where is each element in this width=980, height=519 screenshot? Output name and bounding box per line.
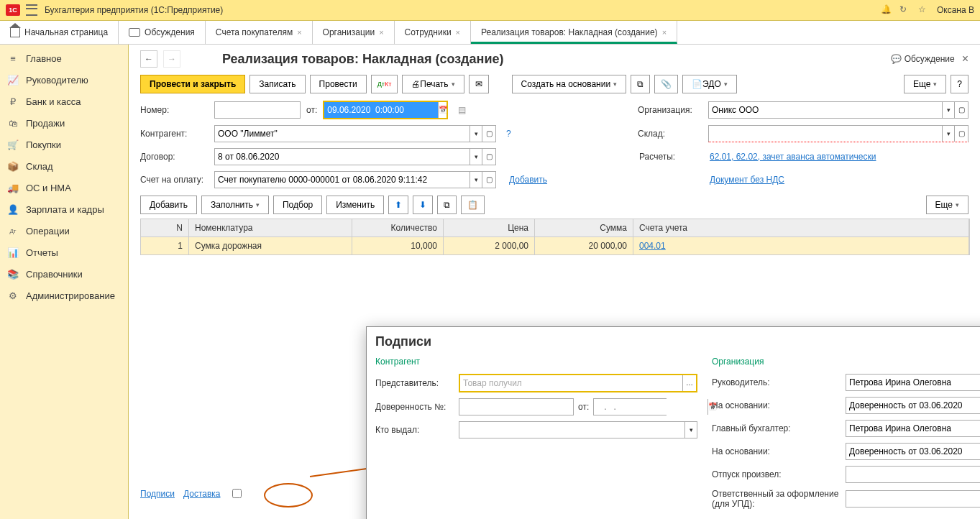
- create-based-button[interactable]: Создать на основании: [512, 75, 627, 93]
- invoice-combo[interactable]: ▾▢: [214, 171, 496, 188]
- nav-back-button[interactable]: ←: [140, 50, 157, 68]
- bar-chart-icon: 📊: [7, 247, 19, 258]
- close-icon[interactable]: ×: [297, 28, 301, 37]
- contragent-help[interactable]: ?: [506, 129, 511, 139]
- sidebar-item-purchases[interactable]: 🛒Покупки: [0, 134, 128, 155]
- signatures-link[interactable]: Подписи: [140, 489, 175, 499]
- number-label: Номер:: [140, 105, 209, 115]
- add-invoice-link[interactable]: Добавить: [509, 175, 547, 185]
- sidebar-item-bank[interactable]: ₽Банк и касса: [0, 91, 128, 112]
- close-icon[interactable]: ×: [456, 28, 460, 37]
- copy-button[interactable]: ⧉: [437, 196, 457, 214]
- post-button[interactable]: Провести: [310, 75, 367, 93]
- sidebar-item-assets[interactable]: 🚚ОС и НМА: [0, 177, 128, 198]
- hamburger-icon[interactable]: [26, 4, 37, 16]
- ruk-combo[interactable]: ▾▢: [846, 374, 980, 391]
- tab-organizations[interactable]: Организации×: [313, 21, 395, 44]
- sidebar-item-refs[interactable]: 📚Справочники: [0, 263, 128, 285]
- sidebar-item-reports[interactable]: 📊Отчеты: [0, 242, 128, 263]
- tab-discussions[interactable]: Обсуждения: [119, 21, 206, 44]
- edo-button[interactable]: 📄 ЭДО: [682, 75, 737, 93]
- account-link[interactable]: 004.01: [639, 241, 666, 251]
- table-fill-button[interactable]: Заполнить: [201, 196, 269, 214]
- dogovor-combo[interactable]: ▾▢: [214, 148, 496, 165]
- otpusk-combo[interactable]: ▾▢: [846, 466, 980, 483]
- tab-home[interactable]: Начальная страница: [0, 21, 119, 44]
- sidebar-item-main[interactable]: ≡Главное: [0, 47, 128, 69]
- col-sum: Сумма: [535, 219, 633, 236]
- logo-1c: 1C: [6, 4, 20, 16]
- delivery-link[interactable]: Доставка: [183, 489, 221, 499]
- dialog-title: Подписи: [375, 334, 980, 349]
- date-input[interactable]: 📅: [323, 101, 448, 119]
- contragent-combo[interactable]: ▾▢: [214, 125, 496, 142]
- raschety-link[interactable]: 62.01, 62.02, зачет аванса автоматически: [710, 152, 968, 162]
- close-icon[interactable]: ×: [379, 28, 383, 37]
- sidebar-item-warehouse[interactable]: 📦Склад: [0, 155, 128, 177]
- delivery-checkbox[interactable]: [232, 489, 242, 498]
- paste-button[interactable]: 📋: [461, 196, 485, 214]
- dogovor-label: Договор:: [140, 152, 209, 162]
- save-button[interactable]: Записать: [249, 75, 305, 93]
- move-down-button[interactable]: ⬇: [413, 196, 433, 214]
- move-up-button[interactable]: ⬆: [388, 196, 408, 214]
- attach-button[interactable]: 📎: [654, 75, 678, 93]
- dov-number-input[interactable]: [459, 398, 574, 415]
- osn-combo[interactable]: ▾▢: [846, 397, 980, 414]
- sidebar-item-manager[interactable]: 📈Руководителю: [0, 69, 128, 91]
- sidebar-item-operations[interactable]: ДтОперации: [0, 220, 128, 242]
- structure-button[interactable]: ⧉: [631, 75, 650, 93]
- table-row[interactable]: 1 Сумка дорожная 10,000 2 000,00 20 000,…: [141, 237, 969, 254]
- table-add-button[interactable]: Добавить: [140, 196, 197, 214]
- chart-icon: 📈: [7, 74, 19, 86]
- nav-forward-button[interactable]: →: [163, 50, 180, 68]
- sidebar-item-admin[interactable]: ⚙Администрирование: [0, 285, 128, 306]
- box-icon: 📦: [7, 160, 19, 172]
- print-button[interactable]: 🖨 Печать: [402, 75, 464, 93]
- glbuh-label: Главный бухгалтер:: [712, 423, 841, 433]
- rep-input[interactable]: …: [459, 374, 697, 392]
- user-name[interactable]: Оксана В: [937, 5, 974, 15]
- bell-icon[interactable]: 🔔: [881, 4, 892, 16]
- post-close-button[interactable]: Провести и закрыть: [140, 75, 245, 93]
- history-icon[interactable]: ↻: [899, 4, 911, 16]
- close-icon[interactable]: ×: [662, 28, 667, 37]
- more-button[interactable]: Еще: [904, 75, 946, 93]
- invoice-label: Счет на оплату:: [140, 175, 209, 185]
- tab-invoices[interactable]: Счета покупателям×: [206, 21, 313, 44]
- number-input[interactable]: [214, 101, 301, 119]
- rep-label: Представитель:: [375, 378, 454, 388]
- table-change-button[interactable]: Изменить: [326, 196, 384, 214]
- email-button[interactable]: ✉: [469, 75, 489, 93]
- tab-realization[interactable]: Реализация товаров: Накладная (создание)…: [471, 21, 677, 44]
- sklad-label: Склад:: [638, 129, 702, 139]
- help-button[interactable]: ?: [951, 75, 968, 93]
- tab-employees[interactable]: Сотрудники×: [395, 21, 471, 44]
- issued-combo[interactable]: ▾: [459, 421, 697, 438]
- org-combo[interactable]: ▾▢: [708, 101, 968, 119]
- title-bar: 1C Бухгалтерия предприятия (1С:Предприят…: [0, 0, 980, 21]
- osn2-combo[interactable]: ▾▢: [846, 443, 980, 460]
- chat-icon: [129, 28, 140, 37]
- dov-date-input[interactable]: 📅: [593, 398, 667, 415]
- sklad-combo[interactable]: ▾▢: [708, 125, 968, 142]
- resp-combo[interactable]: ▾▢: [846, 490, 980, 507]
- dt-kt-button[interactable]: ДтКт: [371, 75, 398, 93]
- discussion-link[interactable]: 💬 Обсуждение: [891, 54, 954, 64]
- table-more-button[interactable]: Еще: [926, 196, 968, 214]
- sidebar-item-hr[interactable]: 👤Зарплата и кадры: [0, 198, 128, 220]
- doc-no-vat-link[interactable]: Документ без НДС: [710, 175, 968, 185]
- from-label: от:: [306, 105, 317, 115]
- glbuh-combo[interactable]: ▾▢: [846, 420, 980, 437]
- otpusk-label: Отпуск произвел:: [712, 469, 841, 479]
- sidebar-item-sales[interactable]: 🛍Продажи: [0, 112, 128, 134]
- calendar-icon[interactable]: 📅: [438, 102, 447, 118]
- raschety-label: Расчеты:: [639, 152, 704, 162]
- close-page-icon[interactable]: ×: [962, 52, 968, 65]
- menu-icon: ≡: [7, 52, 19, 64]
- dov-label: Доверенность №:: [375, 402, 454, 412]
- schedule-icon[interactable]: ▤: [458, 105, 466, 115]
- items-table: N Номенклатура Количество Цена Сумма Сче…: [140, 219, 970, 255]
- star-icon[interactable]: ☆: [918, 4, 930, 16]
- table-select-button[interactable]: Подбор: [273, 196, 322, 214]
